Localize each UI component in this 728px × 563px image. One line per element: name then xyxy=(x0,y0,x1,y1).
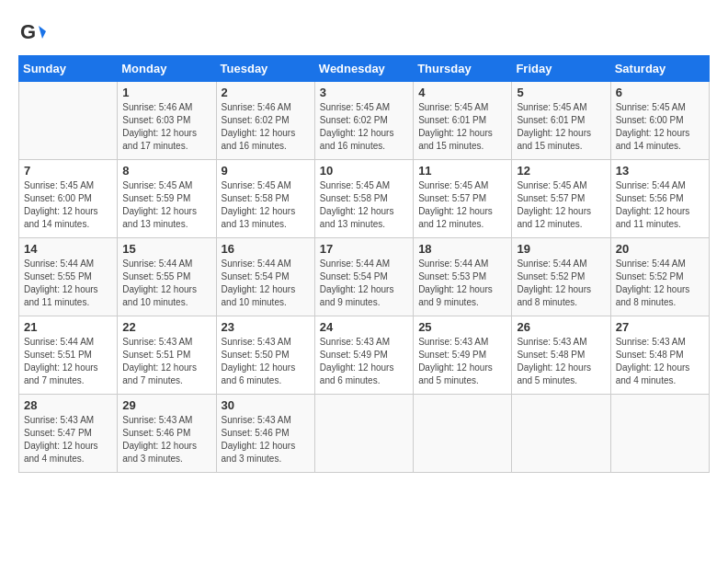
day-info: Sunrise: 5:43 AM Sunset: 5:46 PM Dayligh… xyxy=(222,414,310,465)
day-cell: 13Sunrise: 5:44 AM Sunset: 5:56 PM Dayli… xyxy=(610,160,709,238)
day-cell: 11Sunrise: 5:45 AM Sunset: 5:57 PM Dayli… xyxy=(414,160,512,238)
day-cell: 14Sunrise: 5:44 AM Sunset: 5:55 PM Dayli… xyxy=(19,238,118,316)
day-number: 26 xyxy=(517,320,605,334)
day-info: Sunrise: 5:44 AM Sunset: 5:52 PM Dayligh… xyxy=(517,258,605,309)
day-info: Sunrise: 5:45 AM Sunset: 5:59 PM Dayligh… xyxy=(122,179,210,231)
day-number: 14 xyxy=(24,242,112,256)
day-cell: 4Sunrise: 5:45 AM Sunset: 6:01 PM Daylig… xyxy=(414,82,512,160)
day-info: Sunrise: 5:45 AM Sunset: 6:00 PM Dayligh… xyxy=(24,179,112,231)
day-number: 29 xyxy=(122,398,210,412)
day-number: 4 xyxy=(418,86,506,99)
day-info: Sunrise: 5:44 AM Sunset: 5:54 PM Dayligh… xyxy=(222,258,310,309)
day-number: 22 xyxy=(122,320,210,334)
day-number: 2 xyxy=(222,86,310,99)
svg-text:G: G xyxy=(20,20,36,43)
logo-icon: G xyxy=(18,18,46,46)
day-cell: 29Sunrise: 5:43 AM Sunset: 5:46 PM Dayli… xyxy=(118,395,216,473)
day-cell: 15Sunrise: 5:44 AM Sunset: 5:55 PM Dayli… xyxy=(118,238,216,316)
day-cell: 12Sunrise: 5:45 AM Sunset: 5:57 PM Dayli… xyxy=(512,160,610,238)
day-cell: 6Sunrise: 5:45 AM Sunset: 6:00 PM Daylig… xyxy=(610,82,709,160)
day-cell: 24Sunrise: 5:43 AM Sunset: 5:49 PM Dayli… xyxy=(314,316,413,395)
day-info: Sunrise: 5:46 AM Sunset: 6:02 PM Dayligh… xyxy=(222,101,310,153)
day-number: 24 xyxy=(320,320,408,334)
day-cell: 8Sunrise: 5:45 AM Sunset: 5:59 PM Daylig… xyxy=(118,160,216,238)
day-cell: 5Sunrise: 5:45 AM Sunset: 6:01 PM Daylig… xyxy=(512,82,610,160)
day-info: Sunrise: 5:44 AM Sunset: 5:53 PM Dayligh… xyxy=(418,258,506,309)
day-cell: 19Sunrise: 5:44 AM Sunset: 5:52 PM Dayli… xyxy=(512,238,610,316)
day-cell: 3Sunrise: 5:45 AM Sunset: 6:02 PM Daylig… xyxy=(314,82,413,160)
calendar-table: SundayMondayTuesdayWednesdayThursdayFrid… xyxy=(18,55,710,473)
day-number: 30 xyxy=(222,398,310,412)
day-info: Sunrise: 5:45 AM Sunset: 5:57 PM Dayligh… xyxy=(418,179,506,231)
day-info: Sunrise: 5:45 AM Sunset: 5:58 PM Dayligh… xyxy=(222,179,310,231)
day-cell: 2Sunrise: 5:46 AM Sunset: 6:02 PM Daylig… xyxy=(216,82,314,160)
day-info: Sunrise: 5:45 AM Sunset: 6:02 PM Dayligh… xyxy=(320,101,408,153)
day-info: Sunrise: 5:44 AM Sunset: 5:55 PM Dayligh… xyxy=(122,258,210,309)
day-cell: 26Sunrise: 5:43 AM Sunset: 5:48 PM Dayli… xyxy=(512,316,610,395)
weekday-header-tuesday: Tuesday xyxy=(216,56,314,82)
day-number: 15 xyxy=(122,242,210,256)
svg-marker-1 xyxy=(39,26,46,39)
day-info: Sunrise: 5:44 AM Sunset: 5:54 PM Dayligh… xyxy=(320,258,408,309)
day-cell: 30Sunrise: 5:43 AM Sunset: 5:46 PM Dayli… xyxy=(216,395,314,473)
day-cell: 16Sunrise: 5:44 AM Sunset: 5:54 PM Dayli… xyxy=(216,238,314,316)
day-info: Sunrise: 5:43 AM Sunset: 5:47 PM Dayligh… xyxy=(24,414,112,465)
day-number: 12 xyxy=(517,164,605,178)
day-info: Sunrise: 5:45 AM Sunset: 6:01 PM Dayligh… xyxy=(418,101,506,153)
week-row-1: 1Sunrise: 5:46 AM Sunset: 6:03 PM Daylig… xyxy=(19,82,710,160)
day-cell: 18Sunrise: 5:44 AM Sunset: 5:53 PM Dayli… xyxy=(414,238,512,316)
day-cell: 10Sunrise: 5:45 AM Sunset: 5:58 PM Dayli… xyxy=(314,160,413,238)
day-cell: 25Sunrise: 5:43 AM Sunset: 5:49 PM Dayli… xyxy=(414,316,512,395)
day-number: 3 xyxy=(320,86,408,99)
day-number: 28 xyxy=(24,398,112,412)
day-number: 9 xyxy=(222,164,310,178)
day-info: Sunrise: 5:43 AM Sunset: 5:49 PM Dayligh… xyxy=(418,336,506,387)
weekday-row: SundayMondayTuesdayWednesdayThursdayFrid… xyxy=(19,56,710,82)
day-cell: 7Sunrise: 5:45 AM Sunset: 6:00 PM Daylig… xyxy=(19,160,118,238)
weekday-header-saturday: Saturday xyxy=(610,56,709,82)
day-cell xyxy=(314,395,413,473)
weekday-header-friday: Friday xyxy=(512,56,610,82)
logo: G xyxy=(18,18,50,46)
day-cell: 17Sunrise: 5:44 AM Sunset: 5:54 PM Dayli… xyxy=(314,238,413,316)
day-cell: 20Sunrise: 5:44 AM Sunset: 5:52 PM Dayli… xyxy=(610,238,709,316)
day-cell: 21Sunrise: 5:44 AM Sunset: 5:51 PM Dayli… xyxy=(19,316,118,395)
day-info: Sunrise: 5:46 AM Sunset: 6:03 PM Dayligh… xyxy=(122,101,210,153)
day-number: 17 xyxy=(320,242,408,256)
day-number: 19 xyxy=(517,242,605,256)
week-row-4: 21Sunrise: 5:44 AM Sunset: 5:51 PM Dayli… xyxy=(19,316,710,395)
week-row-3: 14Sunrise: 5:44 AM Sunset: 5:55 PM Dayli… xyxy=(19,238,710,316)
weekday-header-monday: Monday xyxy=(118,56,216,82)
day-info: Sunrise: 5:44 AM Sunset: 5:55 PM Dayligh… xyxy=(24,258,112,309)
day-number: 13 xyxy=(616,164,704,178)
weekday-header-thursday: Thursday xyxy=(414,56,512,82)
day-info: Sunrise: 5:43 AM Sunset: 5:48 PM Dayligh… xyxy=(517,336,605,387)
day-cell xyxy=(610,395,709,473)
day-info: Sunrise: 5:43 AM Sunset: 5:51 PM Dayligh… xyxy=(122,336,210,387)
day-info: Sunrise: 5:45 AM Sunset: 6:00 PM Dayligh… xyxy=(616,101,704,153)
day-info: Sunrise: 5:45 AM Sunset: 5:58 PM Dayligh… xyxy=(320,179,408,231)
day-number: 18 xyxy=(418,242,506,256)
day-number: 7 xyxy=(24,164,112,178)
day-number: 10 xyxy=(320,164,408,178)
day-cell: 27Sunrise: 5:43 AM Sunset: 5:48 PM Dayli… xyxy=(610,316,709,395)
day-number: 8 xyxy=(122,164,210,178)
day-number: 1 xyxy=(122,86,210,99)
day-info: Sunrise: 5:44 AM Sunset: 5:51 PM Dayligh… xyxy=(24,336,112,387)
day-info: Sunrise: 5:43 AM Sunset: 5:50 PM Dayligh… xyxy=(222,336,310,387)
day-number: 16 xyxy=(222,242,310,256)
calendar-body: 1Sunrise: 5:46 AM Sunset: 6:03 PM Daylig… xyxy=(19,82,710,473)
day-cell: 9Sunrise: 5:45 AM Sunset: 5:58 PM Daylig… xyxy=(216,160,314,238)
week-row-2: 7Sunrise: 5:45 AM Sunset: 6:00 PM Daylig… xyxy=(19,160,710,238)
week-row-5: 28Sunrise: 5:43 AM Sunset: 5:47 PM Dayli… xyxy=(19,395,710,473)
weekday-header-sunday: Sunday xyxy=(19,56,118,82)
day-cell xyxy=(512,395,610,473)
day-info: Sunrise: 5:45 AM Sunset: 5:57 PM Dayligh… xyxy=(517,179,605,231)
day-number: 11 xyxy=(418,164,506,178)
day-info: Sunrise: 5:45 AM Sunset: 6:01 PM Dayligh… xyxy=(517,101,605,153)
day-info: Sunrise: 5:43 AM Sunset: 5:49 PM Dayligh… xyxy=(320,336,408,387)
day-info: Sunrise: 5:44 AM Sunset: 5:52 PM Dayligh… xyxy=(616,258,704,309)
day-cell xyxy=(19,82,118,160)
day-info: Sunrise: 5:43 AM Sunset: 5:48 PM Dayligh… xyxy=(616,336,704,387)
day-number: 20 xyxy=(616,242,704,256)
